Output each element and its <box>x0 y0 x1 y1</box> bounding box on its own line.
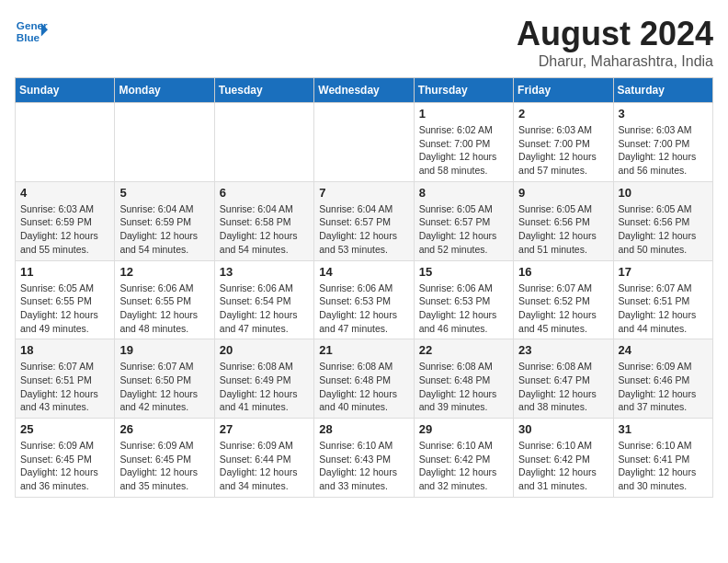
header-row: Sunday Monday Tuesday Wednesday Thursday… <box>16 78 713 103</box>
calendar-cell <box>214 103 313 182</box>
day-info: Sunrise: 6:06 AM Sunset: 6:53 PM Dayligh… <box>419 282 508 336</box>
day-number: 30 <box>518 422 608 436</box>
day-number: 1 <box>419 107 508 121</box>
calendar-cell: 23Sunrise: 6:08 AM Sunset: 6:47 PM Dayli… <box>514 339 613 419</box>
calendar-cell <box>115 103 214 182</box>
col-sunday: Sunday <box>16 78 115 103</box>
day-info: Sunrise: 6:03 AM Sunset: 7:00 PM Dayligh… <box>619 123 708 178</box>
calendar-cell: 24Sunrise: 6:09 AM Sunset: 6:46 PM Dayli… <box>613 339 712 419</box>
sub-title: Dharur, Maharashtra, India <box>517 53 713 70</box>
day-info: Sunrise: 6:06 AM Sunset: 6:54 PM Dayligh… <box>220 282 309 336</box>
calendar-cell: 31Sunrise: 6:10 AM Sunset: 6:41 PM Dayli… <box>613 419 712 498</box>
day-info: Sunrise: 6:07 AM Sunset: 6:51 PM Dayligh… <box>20 360 109 414</box>
day-number: 10 <box>619 186 708 200</box>
calendar-cell: 28Sunrise: 6:10 AM Sunset: 6:43 PM Dayli… <box>314 419 414 498</box>
logo: General Blue <box>15 15 48 48</box>
day-number: 18 <box>20 343 109 357</box>
calendar-cell: 17Sunrise: 6:07 AM Sunset: 6:51 PM Dayli… <box>613 260 712 339</box>
calendar-cell: 29Sunrise: 6:10 AM Sunset: 6:42 PM Dayli… <box>414 419 513 498</box>
calendar-cell: 16Sunrise: 6:07 AM Sunset: 6:52 PM Dayli… <box>514 260 613 339</box>
col-thursday: Thursday <box>414 78 513 103</box>
calendar-cell: 22Sunrise: 6:08 AM Sunset: 6:48 PM Dayli… <box>414 339 513 419</box>
calendar-week-4: 18Sunrise: 6:07 AM Sunset: 6:51 PM Dayli… <box>16 339 713 419</box>
day-number: 13 <box>220 265 309 279</box>
day-number: 22 <box>419 343 508 357</box>
calendar-cell: 11Sunrise: 6:05 AM Sunset: 6:55 PM Dayli… <box>16 260 115 339</box>
calendar-week-1: 1Sunrise: 6:02 AM Sunset: 7:00 PM Daylig… <box>16 103 713 182</box>
calendar-cell: 5Sunrise: 6:04 AM Sunset: 6:59 PM Daylig… <box>115 181 214 260</box>
calendar-table: Sunday Monday Tuesday Wednesday Thursday… <box>15 77 713 498</box>
calendar-cell: 14Sunrise: 6:06 AM Sunset: 6:53 PM Dayli… <box>314 260 414 339</box>
svg-text:Blue: Blue <box>17 31 40 43</box>
calendar-cell: 4Sunrise: 6:03 AM Sunset: 6:59 PM Daylig… <box>16 181 115 260</box>
day-info: Sunrise: 6:07 AM Sunset: 6:52 PM Dayligh… <box>518 282 608 336</box>
col-saturday: Saturday <box>613 78 712 103</box>
day-number: 11 <box>20 265 109 279</box>
day-number: 12 <box>119 265 209 279</box>
calendar-body: 1Sunrise: 6:02 AM Sunset: 7:00 PM Daylig… <box>16 103 713 498</box>
day-number: 5 <box>119 186 209 200</box>
day-info: Sunrise: 6:06 AM Sunset: 6:55 PM Dayligh… <box>119 282 209 336</box>
col-tuesday: Tuesday <box>214 78 313 103</box>
calendar-cell: 9Sunrise: 6:05 AM Sunset: 6:56 PM Daylig… <box>514 181 613 260</box>
day-info: Sunrise: 6:09 AM Sunset: 6:45 PM Dayligh… <box>20 439 109 493</box>
col-monday: Monday <box>115 78 214 103</box>
day-number: 15 <box>419 265 508 279</box>
day-info: Sunrise: 6:08 AM Sunset: 6:48 PM Dayligh… <box>319 360 408 414</box>
day-number: 25 <box>20 422 109 436</box>
title-block: August 2024 Dharur, Maharashtra, India <box>517 15 713 70</box>
day-number: 17 <box>619 265 708 279</box>
day-info: Sunrise: 6:09 AM Sunset: 6:44 PM Dayligh… <box>220 439 309 493</box>
main-title: August 2024 <box>517 15 713 53</box>
day-number: 16 <box>518 265 608 279</box>
calendar-cell: 7Sunrise: 6:04 AM Sunset: 6:57 PM Daylig… <box>314 181 414 260</box>
calendar-header: Sunday Monday Tuesday Wednesday Thursday… <box>16 78 713 103</box>
calendar-cell: 19Sunrise: 6:07 AM Sunset: 6:50 PM Dayli… <box>115 339 214 419</box>
day-number: 7 <box>319 186 408 200</box>
day-number: 6 <box>220 186 309 200</box>
day-info: Sunrise: 6:02 AM Sunset: 7:00 PM Dayligh… <box>419 123 508 178</box>
calendar-cell <box>16 103 115 182</box>
calendar-cell: 18Sunrise: 6:07 AM Sunset: 6:51 PM Dayli… <box>16 339 115 419</box>
day-info: Sunrise: 6:06 AM Sunset: 6:53 PM Dayligh… <box>319 282 408 336</box>
day-info: Sunrise: 6:04 AM Sunset: 6:58 PM Dayligh… <box>220 202 309 257</box>
logo-icon: General Blue <box>15 15 48 48</box>
day-info: Sunrise: 6:09 AM Sunset: 6:46 PM Dayligh… <box>619 360 708 414</box>
day-info: Sunrise: 6:03 AM Sunset: 6:59 PM Dayligh… <box>20 202 109 257</box>
col-friday: Friday <box>514 78 613 103</box>
calendar-cell: 30Sunrise: 6:10 AM Sunset: 6:42 PM Dayli… <box>514 419 613 498</box>
day-number: 8 <box>419 186 508 200</box>
day-info: Sunrise: 6:10 AM Sunset: 6:41 PM Dayligh… <box>619 439 708 493</box>
day-info: Sunrise: 6:10 AM Sunset: 6:43 PM Dayligh… <box>319 439 408 493</box>
day-info: Sunrise: 6:05 AM Sunset: 6:56 PM Dayligh… <box>619 202 708 257</box>
day-number: 4 <box>20 186 109 200</box>
calendar-cell: 27Sunrise: 6:09 AM Sunset: 6:44 PM Dayli… <box>214 419 313 498</box>
day-number: 23 <box>518 343 608 357</box>
day-info: Sunrise: 6:07 AM Sunset: 6:50 PM Dayligh… <box>119 360 209 414</box>
day-info: Sunrise: 6:04 AM Sunset: 6:59 PM Dayligh… <box>119 202 209 257</box>
calendar-cell: 2Sunrise: 6:03 AM Sunset: 7:00 PM Daylig… <box>514 103 613 182</box>
day-info: Sunrise: 6:08 AM Sunset: 6:49 PM Dayligh… <box>220 360 309 414</box>
day-number: 28 <box>319 422 408 436</box>
day-number: 19 <box>119 343 209 357</box>
day-number: 29 <box>419 422 508 436</box>
calendar-cell: 26Sunrise: 6:09 AM Sunset: 6:45 PM Dayli… <box>115 419 214 498</box>
calendar-cell: 6Sunrise: 6:04 AM Sunset: 6:58 PM Daylig… <box>214 181 313 260</box>
day-info: Sunrise: 6:08 AM Sunset: 6:47 PM Dayligh… <box>518 360 608 414</box>
day-number: 20 <box>220 343 309 357</box>
calendar-cell: 1Sunrise: 6:02 AM Sunset: 7:00 PM Daylig… <box>414 103 513 182</box>
calendar-cell: 20Sunrise: 6:08 AM Sunset: 6:49 PM Dayli… <box>214 339 313 419</box>
calendar-week-2: 4Sunrise: 6:03 AM Sunset: 6:59 PM Daylig… <box>16 181 713 260</box>
calendar-cell: 25Sunrise: 6:09 AM Sunset: 6:45 PM Dayli… <box>16 419 115 498</box>
day-info: Sunrise: 6:05 AM Sunset: 6:57 PM Dayligh… <box>419 202 508 257</box>
day-info: Sunrise: 6:10 AM Sunset: 6:42 PM Dayligh… <box>419 439 508 493</box>
day-number: 31 <box>619 422 708 436</box>
day-number: 21 <box>319 343 408 357</box>
col-wednesday: Wednesday <box>314 78 414 103</box>
day-info: Sunrise: 6:03 AM Sunset: 7:00 PM Dayligh… <box>518 123 608 178</box>
calendar-cell <box>314 103 414 182</box>
calendar-cell: 21Sunrise: 6:08 AM Sunset: 6:48 PM Dayli… <box>314 339 414 419</box>
day-number: 26 <box>119 422 209 436</box>
day-info: Sunrise: 6:07 AM Sunset: 6:51 PM Dayligh… <box>619 282 708 336</box>
day-number: 2 <box>518 107 608 121</box>
